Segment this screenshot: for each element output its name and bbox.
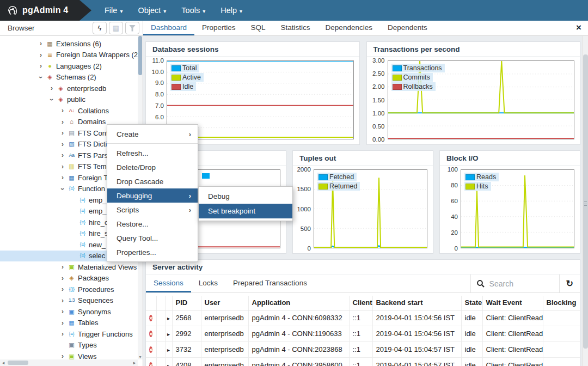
tab-dependencies[interactable]: Dependencies: [318, 21, 380, 35]
tree-item-foreign-data-wrappers-2-[interactable]: ›≣Foreign Data Wrappers (2): [0, 50, 137, 61]
scroll-left-icon[interactable]: ◂: [0, 360, 7, 365]
tree-node-icon: {≡}: [67, 332, 76, 337]
session-tab-sessions[interactable]: Sessions: [146, 274, 191, 292]
tree-hscroll-thumb[interactable]: [8, 361, 28, 365]
tree-expander-icon[interactable]: ›: [36, 40, 45, 47]
terminate-session-icon[interactable]: ×: [149, 346, 152, 353]
filter-button[interactable]: [125, 22, 139, 34]
tab-statistics[interactable]: Statistics: [273, 21, 318, 35]
tab-properties[interactable]: Properties: [194, 21, 243, 35]
search-icon: [476, 279, 485, 288]
row-details-icon[interactable]: ▸: [167, 347, 170, 353]
context-menu-item-refresh-[interactable]: Refresh...: [107, 146, 198, 160]
search-input[interactable]: [489, 279, 554, 288]
tree-node-icon: Aa: [67, 153, 76, 158]
app-title: pgAdmin 4: [22, 5, 68, 15]
tab-dependents[interactable]: Dependents: [380, 21, 435, 35]
row-details-icon[interactable]: ▸: [167, 363, 170, 366]
context-menu-item-create[interactable]: Create›: [107, 127, 198, 141]
tab-dashboard[interactable]: Dashboard: [143, 21, 194, 35]
tree-item-collations[interactable]: ›A↓Collations: [0, 105, 137, 117]
context-menu-item-restore-[interactable]: Restore...: [107, 217, 198, 231]
row-details-icon[interactable]: ▸: [167, 331, 170, 337]
scroll-right-icon[interactable]: ▸: [131, 360, 138, 365]
session-tab-prepared-transactions[interactable]: Prepared Transactions: [225, 274, 315, 292]
tree-item-languages-2-[interactable]: ›●Languages (2): [0, 60, 137, 72]
axis-tick-label: 8.0: [155, 91, 164, 97]
tree-expander-icon[interactable]: ›: [58, 263, 67, 271]
tree-item-types[interactable]: ▣Types: [0, 340, 137, 351]
context-menu-item-properties-[interactable]: Properties...: [107, 245, 198, 259]
tree-expander-icon[interactable]: ›: [58, 141, 67, 148]
tree-expander-icon[interactable]: ›: [58, 297, 67, 304]
dashboard-scrollbar[interactable]: [582, 36, 588, 366]
tree-expander-icon[interactable]: ›: [58, 151, 67, 159]
terminate-session-icon[interactable]: ×: [149, 315, 152, 321]
legend-label: Idle: [182, 83, 193, 90]
context-menu-item-scripts[interactable]: Scripts›: [107, 203, 198, 217]
tree-expander-icon[interactable]: ›: [58, 274, 67, 282]
dashboard-scroll-thumb[interactable]: [583, 54, 588, 349]
tree-item-public[interactable]: ›◈public: [0, 94, 137, 106]
tree-expander-icon[interactable]: ›: [36, 51, 45, 59]
tree-expander-icon[interactable]: ›: [58, 285, 67, 293]
axis-tick-label: 1500: [297, 186, 311, 192]
context-menu-item-drop-cascade[interactable]: Drop Cascade: [107, 174, 198, 188]
tree-item-synonyms[interactable]: ›▣Synonyms: [0, 306, 137, 318]
tree-item-trigger-functions[interactable]: ›{≡}Trigger Functions: [0, 328, 137, 340]
terminate-session-icon[interactable]: ×: [149, 362, 152, 366]
tree-expander-icon[interactable]: ›: [58, 330, 67, 338]
terminate-session-icon[interactable]: ×: [149, 331, 152, 337]
tree-node-icon: ▥: [67, 163, 76, 169]
scroll-down-icon[interactable]: ▾: [138, 355, 143, 359]
legend-item: Reads: [464, 173, 499, 181]
tree-expander-icon[interactable]: ›: [48, 95, 56, 104]
tree-expander-icon[interactable]: ›: [58, 308, 67, 315]
tree-item-sequences[interactable]: ›1.3Sequences: [0, 295, 137, 307]
menubar-item-help[interactable]: Help▾: [215, 0, 248, 21]
tree-expander-icon[interactable]: ›: [36, 62, 45, 70]
tree-item-enterprisedb[interactable]: ›◈enterprisedb: [0, 83, 137, 94]
table-cell: [543, 326, 580, 341]
submenu-item-debug[interactable]: Debug: [199, 189, 292, 204]
menubar-item-tools[interactable]: Tools▾: [176, 0, 211, 21]
table-cell: ::1: [349, 326, 372, 341]
context-menu-item-delete-drop[interactable]: Delete/Drop: [107, 160, 198, 174]
tree-expander-icon[interactable]: ›: [58, 107, 67, 114]
tree-expander-icon[interactable]: ›: [58, 319, 67, 327]
session-tab-locks[interactable]: Locks: [191, 274, 225, 292]
tree-expander-icon[interactable]: ›: [47, 84, 56, 92]
refresh-icon[interactable]: ↻: [559, 274, 580, 292]
tree-expander-icon[interactable]: ›: [59, 185, 66, 193]
tree-item-extensions-6-[interactable]: ›▦Extensions (6): [0, 38, 137, 50]
context-menu-item-query-tool-[interactable]: Query Tool...: [107, 231, 198, 245]
tree-node-label: FTS Pars: [78, 151, 108, 160]
legend-label: Returned: [329, 182, 357, 190]
menubar-item-file[interactable]: File▾: [99, 0, 128, 21]
table-cell: [543, 310, 580, 326]
tree-item-schemas-2-[interactable]: ›◈Schemas (2): [0, 72, 137, 83]
submenu-item-set-breakpoint[interactable]: Set breakpoint: [199, 204, 292, 218]
tree-item-tables[interactable]: ›▦Tables: [0, 318, 137, 329]
row-details-icon[interactable]: ▸: [167, 315, 170, 321]
tree-expander-icon[interactable]: ›: [58, 163, 67, 170]
tree-horizontal-scrollbar[interactable]: ◂ ▸: [0, 359, 138, 366]
tree-item-materialized-views[interactable]: ›▣Materialized Views: [0, 261, 137, 273]
quick-query-button[interactable]: ϟ: [93, 22, 107, 34]
close-icon[interactable]: ×: [576, 23, 581, 32]
tab-sql[interactable]: SQL: [243, 21, 273, 35]
tree-vscroll-thumb[interactable]: [138, 36, 142, 75]
tree-expander-icon[interactable]: ›: [58, 174, 67, 181]
tree-expander-icon[interactable]: ›: [58, 118, 67, 126]
tree-expander-icon[interactable]: ›: [58, 129, 67, 137]
tree-item-procedures[interactable]: ›{()}Procedures: [0, 284, 137, 295]
legend-fragment: [202, 173, 210, 179]
menubar-item-object[interactable]: Object▾: [132, 0, 171, 21]
context-menu-item-debugging[interactable]: Debugging›: [107, 188, 198, 203]
tree-node-icon: ≣: [45, 52, 54, 58]
table-row: ×▸4208enterprisedbpgAdmin 4 - CONN:39586…: [146, 357, 580, 366]
tree-item-packages[interactable]: ›◈Packages: [0, 273, 137, 284]
tree-expander-icon[interactable]: ›: [37, 73, 45, 82]
table-cell: Client: ClientRead: [482, 357, 543, 366]
view-data-button[interactable]: ▦: [109, 22, 123, 34]
